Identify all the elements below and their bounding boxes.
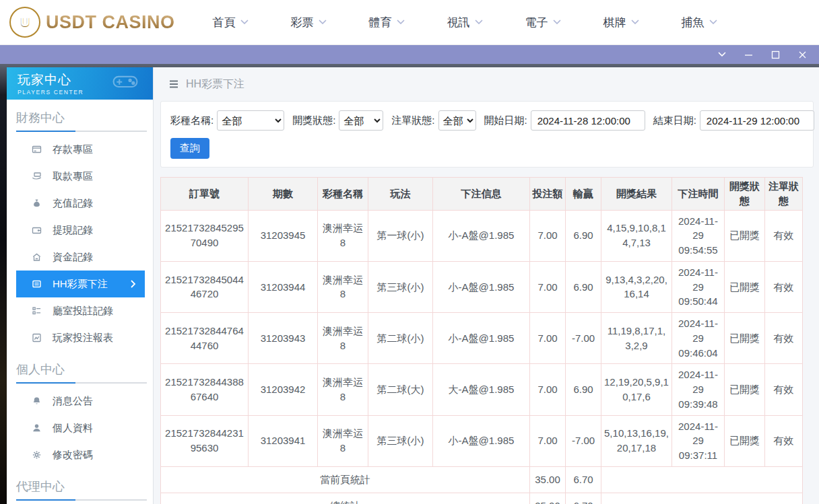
cell-order-no: 2152173284438867640 bbox=[161, 364, 249, 415]
sidebar-item-label: 個人資料 bbox=[53, 422, 93, 435]
sidebar-item[interactable]: 資金記錄 bbox=[16, 244, 145, 271]
gear-icon bbox=[31, 449, 42, 460]
minimize-icon[interactable] bbox=[744, 50, 753, 59]
end-date-label: 結束日期: bbox=[653, 114, 696, 127]
coin-logo-icon: U bbox=[9, 7, 40, 38]
maximize-icon[interactable] bbox=[771, 50, 780, 59]
nav-item-label: 電子 bbox=[525, 15, 548, 30]
table-body: 215217328452957049031203945澳洲幸运8第一球(小)小-… bbox=[161, 210, 803, 504]
cell-amount: 7.00 bbox=[530, 313, 566, 364]
cell-winloss: -7.00 bbox=[566, 313, 601, 364]
sidebar-item-label: 提現記錄 bbox=[53, 224, 93, 237]
order-status-select[interactable]: 全部 bbox=[438, 110, 476, 131]
cell-draw-status: 已開獎 bbox=[725, 364, 765, 415]
cell-order-no: 2152173284529570490 bbox=[161, 210, 249, 261]
cell-result: 4,15,9,10,8,14,7,13 bbox=[601, 210, 672, 261]
cell-lottery: 澳洲幸运8 bbox=[318, 313, 368, 364]
brand-logo[interactable]: U USDT CASINO bbox=[0, 7, 175, 38]
draw-status-filter: 開獎狀態: 全部 bbox=[292, 110, 383, 131]
sidebar-item-label: 充值記錄 bbox=[53, 197, 93, 210]
chevron-down-icon bbox=[397, 20, 405, 25]
cell-period: 31203944 bbox=[249, 261, 318, 312]
workspace: 玩家中心 PLAYERS CENTER 財務中心存款專區取款專區充值記錄提現記錄… bbox=[0, 64, 819, 504]
cell-order-status: 有效 bbox=[765, 210, 803, 261]
sidebar-item-label: 玩家投注報表 bbox=[53, 332, 113, 345]
lottery-filter: 彩種名稱: 全部 bbox=[170, 110, 284, 131]
summary-bet-amount: 35.00 bbox=[530, 466, 566, 493]
chevron-down-icon bbox=[240, 20, 249, 25]
bet-records-table: 訂單號期數彩種名稱玩法下注信息投注額輸贏開獎結果下注時間開獎狀態注單狀態 215… bbox=[160, 177, 803, 504]
sidebar-item[interactable]: 修改密碼 bbox=[16, 441, 145, 468]
nav-item[interactable]: 彩票 bbox=[291, 15, 327, 30]
window-titlebar bbox=[0, 45, 819, 64]
cell-winloss: -7.00 bbox=[566, 415, 601, 466]
column-header: 下注時間 bbox=[672, 178, 725, 211]
cell-draw-status: 已開獎 bbox=[725, 210, 765, 261]
bell-icon bbox=[31, 396, 42, 406]
nav-item[interactable]: 捕魚 bbox=[682, 15, 717, 30]
nav-item[interactable]: 電子 bbox=[525, 15, 561, 30]
cell-amount: 7.00 bbox=[530, 210, 566, 261]
cell-period: 31203942 bbox=[249, 364, 318, 415]
players-center-banner: 玩家中心 PLAYERS CENTER bbox=[7, 67, 153, 100]
sidebar-item[interactable]: 充值記錄 bbox=[16, 190, 145, 217]
lottery-select[interactable]: 全部 bbox=[217, 110, 284, 131]
cell-order-no: 2152173284423195630 bbox=[161, 415, 249, 466]
column-header: 投注額 bbox=[530, 178, 566, 211]
end-date-input[interactable] bbox=[700, 110, 814, 131]
hamburger-menu-icon[interactable] bbox=[168, 79, 179, 89]
cell-amount: 7.00 bbox=[530, 364, 566, 415]
column-header: 玩法 bbox=[368, 178, 433, 211]
chevron-down-icon[interactable] bbox=[718, 52, 726, 57]
cell-play: 第三球(小) bbox=[368, 261, 433, 312]
summary-row: 總統計35.006.70 bbox=[161, 493, 803, 504]
end-date-filter: 結束日期: bbox=[653, 110, 814, 131]
column-header: 彩種名稱 bbox=[318, 178, 368, 211]
sidebar-item[interactable]: HH彩票下注 bbox=[16, 271, 145, 297]
sidebar-item-label: 消息公告 bbox=[53, 395, 93, 408]
page-title: HH彩票下注 bbox=[186, 77, 244, 92]
sidebar-item-label: 資金記錄 bbox=[53, 251, 93, 264]
sidebar-item[interactable]: 消息公告 bbox=[16, 388, 145, 415]
nav-item-label: 視訊 bbox=[447, 15, 470, 30]
cell-order-status: 有效 bbox=[765, 364, 803, 415]
nav-item-label: 首頁 bbox=[213, 15, 236, 30]
gamepad-icon bbox=[112, 73, 138, 93]
cell-bet-info: 小-A盤@1.985 bbox=[433, 313, 530, 364]
report-chart-icon bbox=[31, 332, 42, 343]
nav-item-label: 捕魚 bbox=[682, 15, 705, 30]
draw-status-select[interactable]: 全部 bbox=[339, 110, 383, 131]
cell-lottery: 澳洲幸运8 bbox=[318, 364, 368, 415]
sidebar-item[interactable]: 存款專區 bbox=[16, 136, 145, 163]
column-header: 輸贏 bbox=[566, 178, 601, 211]
cell-time: 2024-11-29 09:54:55 bbox=[672, 210, 725, 261]
order-status-filter: 注單狀態: 全部 bbox=[391, 110, 476, 131]
nav-item-label: 體育 bbox=[369, 15, 392, 30]
sidebar-item[interactable]: 個人資料 bbox=[16, 415, 145, 441]
table-row: 215217328447644476031203943澳洲幸运8第二球(小)小-… bbox=[161, 313, 803, 364]
section-underline bbox=[16, 382, 147, 384]
cell-order-no: 2152173284504446720 bbox=[161, 261, 249, 312]
cell-lottery: 澳洲幸运8 bbox=[318, 415, 368, 466]
table-header-row: 訂單號期數彩種名稱玩法下注信息投注額輸贏開獎結果下注時間開獎狀態注單狀態 bbox=[161, 178, 803, 211]
nav-item[interactable]: 體育 bbox=[369, 15, 405, 30]
cell-winloss: 6.90 bbox=[566, 210, 601, 261]
start-date-input[interactable] bbox=[531, 110, 645, 131]
sidebar-item[interactable]: 廳室投註記錄 bbox=[16, 297, 145, 324]
cell-order-status: 有效 bbox=[765, 313, 803, 364]
top-navigation-bar: U USDT CASINO 首頁彩票體育視訊電子棋牌捕魚 bbox=[0, 0, 819, 45]
sidebar-item[interactable]: 提現記錄 bbox=[16, 217, 145, 244]
query-button[interactable]: 查詢 bbox=[170, 138, 209, 159]
cell-time: 2024-11-29 09:39:48 bbox=[672, 364, 725, 415]
summary-empty bbox=[601, 466, 803, 493]
sidebar-item[interactable]: 取款專區 bbox=[16, 163, 145, 190]
summary-winloss: 6.70 bbox=[566, 493, 601, 504]
nav-item-label: 棋牌 bbox=[603, 15, 626, 30]
nav-item[interactable]: 視訊 bbox=[447, 15, 483, 30]
nav-item[interactable]: 棋牌 bbox=[603, 15, 639, 30]
chevron-down-icon bbox=[475, 20, 483, 25]
sidebar-item[interactable]: 玩家投注報表 bbox=[16, 324, 145, 351]
nav-item[interactable]: 首頁 bbox=[213, 15, 249, 30]
close-icon[interactable] bbox=[798, 50, 807, 59]
summary-winloss: 6.70 bbox=[566, 466, 601, 493]
